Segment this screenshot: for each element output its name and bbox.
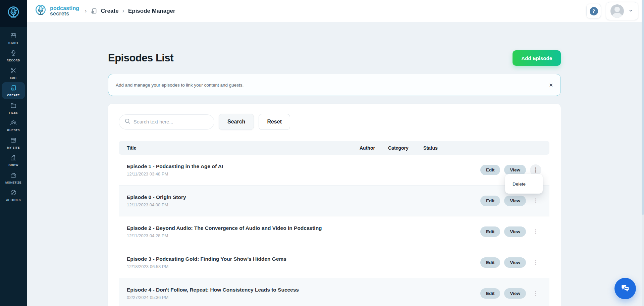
question-icon: ? — [590, 7, 598, 15]
create-doc-icon — [91, 8, 97, 14]
help-button[interactable]: ? — [586, 4, 601, 18]
column-status: Status — [423, 145, 462, 151]
view-button[interactable]: View — [504, 226, 526, 237]
row-actions: Edit View ⋮ — [480, 257, 541, 268]
sidebar-item-label: GROW — [8, 163, 18, 167]
table-row: Episode 3 - Podcasting Gold: Finding You… — [119, 247, 549, 278]
episode-cell: Episode 3 - Podcasting Gold: Finding You… — [127, 256, 480, 269]
sidebar-item-label: GUESTS — [7, 129, 20, 132]
sidebar-item-edit[interactable]: EDIT — [2, 65, 25, 82]
kebab-menu-icon[interactable]: ⋮ — [530, 226, 541, 238]
column-title: Title — [127, 145, 360, 151]
episode-cell: Episode 0 - Origin Story 12/11/2023 04:0… — [127, 194, 480, 207]
episode-title[interactable]: Episode 2 - Beyond Audio: The Convergenc… — [127, 225, 480, 231]
breadcrumb-create[interactable]: Create — [101, 8, 119, 14]
kebab-menu-icon[interactable]: ⋮ — [530, 257, 541, 268]
sidebar-item-my-site[interactable]: MY SITE — [2, 135, 25, 151]
sidebar-item-guests[interactable]: GUESTS — [2, 117, 25, 134]
close-icon[interactable]: ✕ — [549, 83, 553, 88]
edit-button[interactable]: Edit — [480, 226, 500, 237]
kebab-menu-icon[interactable]: ⋮ — [530, 288, 541, 299]
title-row: Episodes List Add Episode — [108, 50, 561, 66]
brand-line2: secrets — [50, 11, 79, 16]
guests-icon — [10, 119, 17, 128]
browser-window-icon — [10, 137, 17, 145]
sidebar-item-files[interactable]: FILES — [2, 100, 25, 116]
table-row: Episode 1 - Podcasting in the Age of AI … — [119, 155, 549, 186]
sidebar-item-record[interactable]: RECORD — [2, 47, 25, 64]
episode-title[interactable]: Episode 3 - Podcasting Gold: Finding You… — [127, 256, 480, 262]
brand-line1: podcasting — [50, 6, 79, 11]
header-actions: ? — [586, 2, 638, 20]
episode-title[interactable]: Episode 0 - Origin Story — [127, 194, 480, 200]
brand-name: podcasting secrets — [50, 6, 79, 16]
sidebar-item-grow[interactable]: GROW — [2, 152, 25, 169]
sidebar-item-create[interactable]: CREATE — [2, 82, 25, 99]
scrollbar-thumb[interactable] — [642, 0, 644, 215]
app-logo[interactable] — [0, 0, 27, 27]
sidebar-item-label: MONETIZE — [5, 181, 21, 184]
search-row: Search Reset — [119, 114, 549, 130]
start-gate-icon — [10, 32, 17, 40]
create-doc-icon — [10, 85, 17, 93]
scrollbar-track — [642, 0, 644, 306]
ai-wand-icon — [10, 189, 17, 197]
sidebar-nav: START RECORD EDIT CREATE FILES GUESTS MY… — [0, 27, 27, 204]
edit-button[interactable]: Edit — [480, 165, 500, 175]
edit-button[interactable]: Edit — [480, 288, 500, 299]
avatar — [610, 4, 624, 18]
kebab-menu-icon[interactable]: ⋮ — [530, 195, 541, 207]
episode-timestamp: 12/11/2023 04:28 PM — [127, 233, 480, 238]
episode-title[interactable]: Episode 1 - Podcasting in the Age of AI — [127, 163, 480, 169]
sidebar-item-start[interactable]: START — [2, 30, 25, 47]
info-banner: Add and manage your episodes to link you… — [108, 74, 561, 96]
add-episode-button[interactable]: Add Episode — [513, 50, 561, 66]
sidebar-item-label: AI TOOLS — [6, 198, 21, 202]
episode-cell: Episode 1 - Podcasting in the Age of AI … — [127, 163, 480, 176]
sidebar-item-monetize[interactable]: MONETIZE — [2, 169, 25, 186]
sidebar: START RECORD EDIT CREATE FILES GUESTS MY… — [0, 0, 27, 306]
edit-button[interactable]: Edit — [480, 257, 500, 268]
microphone-icon — [10, 50, 17, 58]
view-button[interactable]: View — [504, 165, 526, 175]
episodes-card: Search Reset Title Author Category Statu… — [108, 104, 561, 306]
chat-widget-button[interactable] — [614, 278, 636, 299]
view-button[interactable]: View — [504, 288, 526, 299]
table-row: Episode 2 - Beyond Audio: The Convergenc… — [119, 216, 549, 247]
sidebar-item-label: EDIT — [10, 76, 17, 80]
delete-menu-item[interactable]: Delete — [513, 182, 526, 187]
episode-timestamp: 12/11/2023 04:00 PM — [127, 202, 480, 207]
search-input[interactable] — [133, 119, 209, 124]
microphone-circle-icon — [6, 5, 21, 22]
account-menu[interactable] — [606, 2, 638, 20]
table-header: Title Author Category Status — [119, 141, 549, 155]
view-button[interactable]: View — [504, 196, 526, 206]
sidebar-item-label: MY SITE — [7, 146, 19, 149]
episode-timestamp: 12/18/2023 06:58 PM — [127, 264, 480, 269]
scissors-icon — [10, 67, 17, 75]
main-area: Episodes List Add Episode Add and manage… — [27, 22, 644, 306]
chevron-down-icon — [628, 8, 634, 15]
wallet-icon — [10, 172, 17, 180]
episode-timestamp: 12/11/2023 03:48 PM — [127, 171, 480, 176]
row-actions: Edit View ⋮ — [480, 195, 541, 207]
column-author: Author — [360, 145, 388, 151]
sidebar-item-label: START — [8, 41, 18, 45]
magnifier-icon — [124, 118, 130, 125]
episode-cell: Episode 2 - Beyond Audio: The Convergenc… — [127, 225, 480, 238]
search-button[interactable]: Search — [219, 114, 254, 130]
view-button[interactable]: View — [504, 257, 526, 268]
edit-button[interactable]: Edit — [480, 196, 500, 206]
row-actions: Edit View ⋮ — [480, 288, 541, 299]
info-banner-text: Add and manage your episodes to link you… — [116, 83, 244, 88]
reset-button[interactable]: Reset — [259, 114, 290, 130]
sidebar-item-ai-tools[interactable]: AI TOOLS — [2, 187, 25, 204]
table-row: Episode 4 - Don't Follow, Repeat: How Co… — [119, 278, 549, 306]
row-dropdown-menu: Delete — [505, 174, 543, 194]
table-row: Episode 0 - Origin Story 12/11/2023 04:0… — [119, 186, 549, 216]
content: Episodes List Add Episode Add and manage… — [108, 22, 561, 306]
growth-chart-icon — [10, 154, 17, 162]
breadcrumb-separator: › — [122, 7, 124, 15]
brand-logo[interactable]: podcasting secrets — [34, 3, 79, 19]
episode-title[interactable]: Episode 4 - Don't Follow, Repeat: How Co… — [127, 287, 480, 293]
